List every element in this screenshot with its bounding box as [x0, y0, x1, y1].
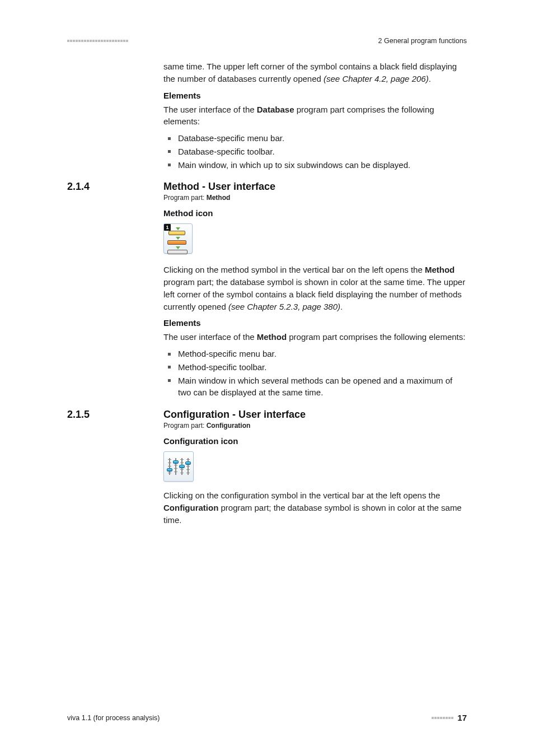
- config-paragraph: Clicking on the configuration symbol in …: [163, 489, 467, 526]
- text-bold: Method: [207, 194, 231, 202]
- text-bold: Method: [257, 332, 287, 342]
- page-footer: viva 1.1 (for process analysis) 17: [67, 713, 467, 722]
- slider-icon: [168, 457, 171, 476]
- list-item: Method-specific toolbar.: [163, 361, 467, 374]
- intro-paragraph: same time. The upper left corner of the …: [163, 60, 467, 85]
- text-bold: Configuration: [163, 503, 218, 512]
- footer-ornament: [432, 717, 454, 719]
- reference: (see Chapter 4.2, page 206): [324, 74, 429, 83]
- section-title: Method - User interface: [163, 181, 275, 193]
- elements-heading: Elements: [163, 91, 467, 100]
- text: program part comprises the following ele…: [287, 332, 465, 342]
- footer-left: viva 1.1 (for process analysis): [67, 714, 160, 722]
- arrow-down-icon: [176, 227, 180, 230]
- text-bold: Database: [257, 105, 294, 114]
- page: 2 General program functions same time. T…: [0, 0, 534, 756]
- elements-list: Database-specific menu bar. Database-spe…: [163, 132, 467, 171]
- section-title: Configuration - User interface: [163, 409, 306, 421]
- text: The user interface of the: [163, 332, 257, 342]
- page-header: 2 General program functions: [67, 37, 467, 45]
- list-item: Main window, in which up to six subwindo…: [163, 159, 467, 171]
- text: .: [340, 302, 343, 311]
- text: Program part:: [163, 194, 207, 202]
- configuration-icon: [163, 451, 194, 482]
- method-step-icon: [167, 250, 188, 254]
- list-item: Database-specific menu bar.: [163, 132, 467, 144]
- list-item: Method-specific menu bar.: [163, 348, 467, 360]
- page-content: same time. The upper left corner of the …: [67, 60, 467, 530]
- header-ornament: [67, 40, 129, 42]
- elements-heading: Elements: [163, 318, 467, 328]
- slider-icon: [186, 457, 190, 476]
- elements-list: Method-specific menu bar. Method-specifi…: [163, 348, 467, 399]
- method-icon: 1: [163, 223, 193, 254]
- text: Clicking on the method symbol in the ver…: [163, 265, 425, 274]
- list-item: Main window in which several methods can…: [163, 375, 467, 399]
- method-count-badge: 1: [164, 224, 171, 231]
- method-icon-heading: Method icon: [163, 208, 467, 218]
- text: The user interface of the: [163, 105, 257, 114]
- arrow-down-icon: [176, 237, 180, 240]
- program-part-line: Program part: Configuration: [163, 422, 467, 430]
- section-number: 2.1.5: [67, 409, 163, 421]
- method-step-icon: [168, 231, 185, 235]
- list-item: Database-specific toolbar.: [163, 146, 467, 158]
- page-number: 17: [457, 713, 467, 722]
- text: Clicking on the configuration symbol in …: [163, 491, 440, 500]
- text: Program part:: [163, 422, 207, 430]
- section-heading-215: 2.1.5 Configuration - User interface: [67, 409, 467, 421]
- config-icon-heading: Configuration icon: [163, 436, 467, 446]
- breadcrumb: 2 General program functions: [378, 37, 467, 45]
- elements-intro: The user interface of the Database progr…: [163, 104, 467, 128]
- text: .: [429, 74, 431, 83]
- program-part-line: Program part: Method: [163, 194, 467, 202]
- text-bold: Method: [425, 265, 455, 274]
- arrow-down-icon: [176, 246, 180, 249]
- section-heading-214: 2.1.4 Method - User interface: [67, 181, 467, 193]
- text-bold: Configuration: [207, 422, 251, 430]
- slider-icon: [180, 457, 184, 476]
- footer-right: 17: [432, 713, 467, 722]
- elements-intro: The user interface of the Method program…: [163, 331, 467, 343]
- reference: (see Chapter 5.2.3, page 380): [228, 302, 340, 311]
- method-step-icon: [167, 240, 186, 245]
- slider-icon: [174, 457, 177, 476]
- section-number: 2.1.4: [67, 181, 163, 193]
- method-paragraph: Clicking on the method symbol in the ver…: [163, 264, 467, 312]
